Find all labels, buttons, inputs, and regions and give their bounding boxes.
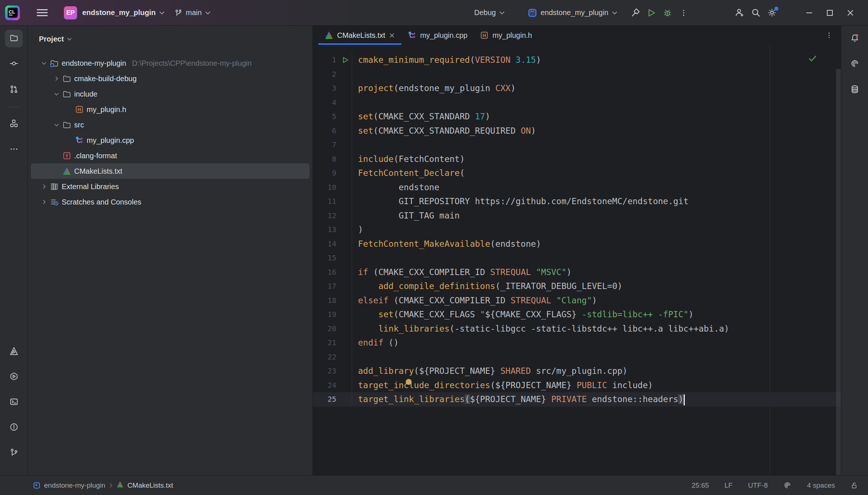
file-encoding[interactable]: UTF-8: [748, 481, 768, 489]
tree-item-cmakelists-txt[interactable]: CMakeLists.txt: [31, 163, 310, 179]
line-separator[interactable]: LF: [724, 481, 733, 489]
build-type-selector[interactable]: Debug: [474, 5, 505, 21]
code-line-12[interactable]: 12 GIT_TAG main: [313, 209, 841, 223]
code-line-23[interactable]: 23add_library(${PROJECT_NAME} SHARED src…: [313, 364, 841, 378]
code-line-11[interactable]: 11 GIT_REPOSITORY https://github.com/End…: [313, 194, 841, 209]
tree-item-external-libraries[interactable]: External Libraries: [31, 179, 310, 194]
debug-button[interactable]: [659, 5, 676, 21]
structure-tool-button[interactable]: [5, 115, 23, 133]
code-with-me-button[interactable]: [731, 5, 748, 21]
maximize-button[interactable]: [820, 5, 840, 21]
git-icon: [10, 448, 18, 458]
more-actions-button[interactable]: [676, 5, 692, 21]
code-line-19[interactable]: 19 set(CMAKE_CXX_FLAGS "${CMAKE_CXX_FLAG…: [313, 307, 841, 322]
project-widget[interactable]: endstone_my_plugin: [82, 5, 165, 21]
ai-assistant-icon[interactable]: [783, 481, 792, 489]
code-line-22[interactable]: 22: [313, 350, 841, 364]
line-number: 7: [313, 138, 339, 152]
tree-item-my-plugin-h[interactable]: Hmy_plugin.h: [31, 102, 310, 117]
breadcrumb-project[interactable]: endstone-my-plugin: [44, 481, 105, 489]
editor-tab-my-plugin-h[interactable]: Hmy_plugin.h: [474, 26, 538, 45]
tree-item-src[interactable]: src: [31, 117, 310, 133]
code-text: add_library(${PROJECT_NAME} SHARED src/m…: [352, 364, 841, 378]
project-panel-header[interactable]: Project: [28, 26, 312, 46]
settings-button[interactable]: [764, 5, 780, 21]
commit-tool-button[interactable]: [5, 55, 23, 73]
editor-options-button[interactable]: [825, 26, 833, 45]
tree-expanded-chevron-icon[interactable]: [52, 90, 61, 98]
run-line-icon[interactable]: [339, 53, 352, 67]
code-line-13[interactable]: 13): [313, 223, 841, 237]
editor[interactable]: 1cmake_minimum_required(VERSION 3.15)23p…: [313, 45, 841, 475]
code-line-18[interactable]: 18elseif (CMAKE_CXX_COMPILER_ID STREQUAL…: [313, 293, 841, 308]
code-line-17[interactable]: 17 add_compile_definitions(_ITERATOR_DEB…: [313, 279, 841, 293]
inspections-ok-icon[interactable]: [808, 54, 817, 65]
cmake-file-icon: [62, 167, 71, 176]
tree-expanded-chevron-icon[interactable]: [52, 120, 61, 129]
code-line-10[interactable]: 10 endstone: [313, 180, 841, 195]
code-line-14[interactable]: 14FetchContent_MakeAvailable(endstone): [313, 237, 841, 251]
services-tool-button[interactable]: [5, 368, 23, 386]
tree-item-include[interactable]: include: [31, 86, 310, 102]
breadcrumb-file[interactable]: CMakeLists.txt: [127, 481, 173, 489]
project-avatar[interactable]: EP: [64, 6, 77, 19]
line-number: 21: [313, 336, 339, 350]
tree-expanded-chevron-icon[interactable]: [40, 59, 48, 68]
main-menu-icon[interactable]: [37, 9, 48, 16]
code-line-9[interactable]: 9FetchContent_Declare(: [313, 166, 841, 180]
code-line-8[interactable]: 8include(FetchContent): [313, 152, 841, 166]
search-everywhere-button[interactable]: [748, 5, 764, 21]
code-line-24[interactable]: 24target_include_directories(${PROJECT_N…: [313, 378, 841, 393]
code-line-4[interactable]: 4: [313, 95, 841, 110]
run-button[interactable]: [643, 5, 659, 21]
minimize-button[interactable]: [799, 5, 820, 21]
code-line-5[interactable]: 5set(CMAKE_CXX_STANDARD 17): [313, 109, 841, 124]
tree-item-cmake-build-debug[interactable]: cmake-build-debug: [31, 71, 310, 86]
unlocked-icon[interactable]: [850, 481, 858, 489]
line-number: 13: [313, 223, 339, 237]
project-tool-button[interactable]: [5, 30, 23, 47]
tree-collapsed-chevron-icon[interactable]: [40, 182, 48, 191]
code-line-7[interactable]: 7: [313, 138, 841, 152]
pull-requests-tool-button[interactable]: [5, 81, 23, 99]
editor-scrollbar[interactable]: [836, 69, 841, 475]
code-line-15[interactable]: 15: [313, 251, 841, 265]
editor-tab-cmakelists-txt[interactable]: CMakeLists.txt: [318, 26, 401, 45]
code-line-20[interactable]: 20 link_libraries(-static-libgcc -static…: [313, 322, 841, 336]
tree-item-my-plugin-cpp[interactable]: C++my_plugin.cpp: [31, 133, 310, 148]
more-tool-button[interactable]: [5, 141, 23, 159]
close-button[interactable]: [840, 5, 861, 21]
code-line-2[interactable]: 2: [313, 67, 841, 82]
tree-item-endstone-my-plugin[interactable]: endstone-my-pluginD:\Projects\CPP\endsto…: [31, 55, 310, 71]
tree-collapsed-chevron-icon[interactable]: [40, 198, 48, 206]
caret-position[interactable]: 25:65: [691, 481, 709, 489]
tab-close-icon[interactable]: [389, 32, 395, 39]
code-line-16[interactable]: 16if (CMAKE_CXX_COMPILER_ID STREQUAL "MS…: [313, 265, 841, 279]
ai-assistant-tool-button[interactable]: [846, 55, 864, 73]
breadcrumb[interactable]: endstone-my-plugin CMakeLists.txt: [33, 481, 173, 490]
database-tool-button[interactable]: [846, 81, 864, 99]
code-line-1[interactable]: 1cmake_minimum_required(VERSION 3.15): [313, 53, 841, 67]
problems-tool-button[interactable]: [5, 419, 23, 437]
tree-collapsed-chevron-icon[interactable]: [52, 74, 61, 83]
code-line-25[interactable]: 25target_link_libraries(${PROJECT_NAME} …: [313, 392, 841, 407]
tree-item-scratches-and-consoles[interactable]: Scratches and Consoles: [31, 194, 310, 210]
tree-item-label: CMakeLists.txt: [74, 167, 122, 176]
tree-item--clang-format[interactable]: Y.clang-format: [31, 148, 310, 163]
cmake-tool-tool-button[interactable]: [5, 343, 23, 361]
vcs-branch-widget[interactable]: main: [174, 5, 211, 21]
run-configuration-selector[interactable]: endstone_my_plugin: [528, 5, 618, 21]
indent-config[interactable]: 4 spaces: [807, 481, 835, 489]
editor-tab-my-plugin-cpp[interactable]: C++my_plugin.cpp: [401, 26, 474, 45]
terminal-tool-button[interactable]: [5, 394, 23, 411]
code-line-3[interactable]: 3project(endstone_my_plugin CXX): [313, 81, 841, 95]
maximize-icon: [826, 9, 833, 17]
code-area[interactable]: 1cmake_minimum_required(VERSION 3.15)23p…: [313, 45, 841, 475]
code-line-21[interactable]: 21endif (): [313, 336, 841, 350]
code-line-6[interactable]: 6set(CMAKE_CXX_STANDARD_REQUIRED ON): [313, 124, 841, 138]
build-button[interactable]: [627, 5, 643, 21]
notifications-tool-button[interactable]: [846, 30, 864, 47]
code-text: target_include_directories(${PROJECT_NAM…: [352, 378, 841, 393]
intention-dot[interactable]: [406, 379, 412, 385]
git-tool-button[interactable]: [5, 444, 23, 462]
